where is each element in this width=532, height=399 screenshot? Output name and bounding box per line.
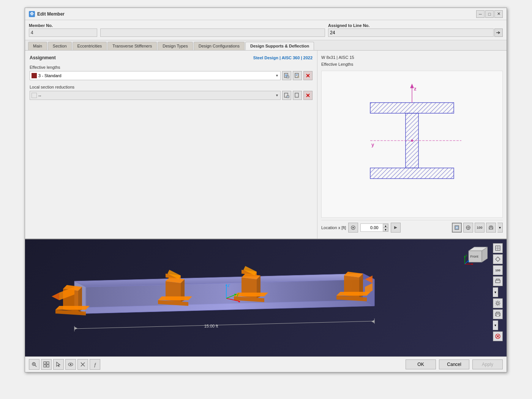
svg-point-32	[411, 139, 413, 142]
tab-design-configurations[interactable]: Design Configurations	[194, 42, 245, 50]
3d-view2-btn[interactable]	[493, 254, 503, 264]
section-subtitle: Effective Lengths	[321, 61, 503, 68]
maximize-button[interactable]: □	[485, 10, 494, 18]
3d-view4-btn[interactable]	[493, 276, 503, 286]
location-go-btn[interactable]	[391, 223, 401, 233]
cube-navigator[interactable]: Front y	[463, 243, 488, 268]
assigned-group: Assigned to Line No.	[328, 23, 503, 37]
svg-rect-122	[47, 365, 49, 367]
effective-lengths-label: Effective lengths	[30, 65, 313, 70]
member-no-input[interactable]	[29, 28, 97, 37]
grid-btn[interactable]	[41, 359, 52, 370]
3d-x100-label: 100	[495, 269, 500, 272]
tab-design-types[interactable]: Design Types	[158, 42, 193, 50]
svg-rect-42	[490, 226, 492, 227]
member-name-input[interactable]	[100, 28, 325, 37]
assigned-input-row	[328, 28, 503, 37]
zoom-btn[interactable]	[29, 359, 39, 370]
ok-button[interactable]: OK	[406, 359, 436, 369]
3d-close-btn[interactable]	[493, 331, 503, 341]
svg-rect-25	[370, 103, 454, 113]
cursor-btn[interactable]	[53, 359, 64, 370]
svg-marker-29	[410, 84, 414, 88]
effective-lengths-dropdown[interactable]: 3 - Standard ▼	[30, 71, 281, 80]
title-bar-controls: ─ □ ✕	[476, 10, 503, 18]
right-tools-3d-bottom: ▼	[493, 298, 503, 341]
svg-line-109	[74, 321, 374, 329]
svg-rect-64	[496, 315, 499, 316]
bottom-left-tools: ƒ	[29, 359, 100, 370]
tab-eccentricities[interactable]: Eccentricities	[73, 42, 107, 50]
member-no-group: Member No.	[29, 23, 97, 37]
close-button[interactable]: ✕	[494, 10, 503, 18]
tab-section[interactable]: Section	[48, 42, 72, 50]
function-btn[interactable]: ƒ	[90, 359, 100, 370]
section-name: W 8x31 | AISC 15	[321, 54, 503, 61]
svg-rect-121	[44, 365, 46, 367]
location-input-wrap: ▲ ▼	[360, 223, 388, 232]
local-section-edit-btn[interactable]	[293, 91, 302, 100]
assigned-input[interactable]	[328, 28, 494, 37]
effective-lengths-row: Effective lengths 3 - Standard ▼	[30, 65, 313, 80]
print-dropdown-btn[interactable]: ▼	[497, 223, 503, 233]
left-panel: Assignment Steel Design | AISC 360 | 202…	[25, 51, 317, 239]
beam-3d-svg: z' y' 15.00 ft	[25, 243, 405, 350]
3d-print-dropdown-arrow: ▼	[494, 324, 497, 327]
svg-rect-120	[47, 362, 49, 364]
3d-dropdown-btn[interactable]: ▼	[493, 287, 498, 297]
apply-button[interactable]: Apply	[472, 359, 503, 369]
svg-marker-113	[371, 320, 374, 323]
svg-point-34	[352, 227, 354, 228]
svg-marker-52	[472, 263, 474, 265]
tab-transverse-stiffeners[interactable]: Transverse Stiffeners	[107, 42, 157, 50]
svg-marker-58	[496, 257, 500, 261]
effective-lengths-edit-btn[interactable]	[293, 71, 302, 80]
print-section-btn[interactable]	[486, 223, 496, 233]
x100-label: 100	[477, 226, 482, 230]
local-section-delete-btn[interactable]	[303, 91, 313, 100]
cube-nav-svg: Front y	[463, 243, 488, 268]
location-value-input[interactable]	[361, 224, 380, 231]
3d-settings-btn[interactable]	[493, 298, 503, 308]
tab-design-supports-deflection[interactable]: Design Supports & Deflection	[245, 42, 314, 50]
location-up-btn[interactable]: ▲	[383, 224, 388, 228]
cancel-button[interactable]: Cancel	[439, 359, 469, 369]
member-name-group	[100, 23, 325, 37]
3d-view1-btn[interactable]	[493, 243, 503, 253]
3d-print-dropdown-btn[interactable]: ▼	[493, 320, 498, 330]
local-section-color-box	[32, 93, 37, 98]
z-axis-label: z	[414, 86, 417, 92]
local-section-reductions-dropdown[interactable]: -- ▼	[30, 91, 281, 100]
view-btn[interactable]	[65, 359, 76, 370]
fit-view-btn[interactable]	[452, 223, 462, 233]
view-mode-btn[interactable]	[463, 223, 473, 233]
title-bar: Edit Member ─ □ ✕	[25, 8, 507, 20]
local-section-reductions-row: Local section reductions -- ▼	[30, 85, 313, 100]
right-panel: W 8x31 | AISC 15 Effective Lengths	[317, 51, 507, 239]
minimize-button[interactable]: ─	[476, 10, 485, 18]
right-tools-3d-top: 100 ▼	[493, 243, 503, 297]
3d-view3-btn[interactable]: 100	[493, 265, 503, 275]
edit-member-dialog: Edit Member ─ □ ✕ Member No. Assigned to…	[25, 8, 507, 372]
svg-rect-119	[44, 362, 46, 364]
svg-text:Front: Front	[470, 255, 478, 258]
local-section-reductions-controls: -- ▼	[30, 91, 313, 100]
local-section-new-btn[interactable]	[282, 91, 291, 100]
local-section-reductions-value: --	[38, 93, 275, 98]
effective-lengths-new-btn[interactable]	[282, 71, 291, 80]
svg-marker-35	[394, 226, 397, 229]
3d-print-btn[interactable]	[493, 309, 503, 319]
location-arrows: ▲ ▼	[383, 224, 388, 231]
location-down-btn[interactable]: ▼	[383, 228, 388, 231]
x100-btn[interactable]: 100	[475, 223, 485, 233]
effective-lengths-delete-btn[interactable]	[303, 71, 313, 80]
member-name-label	[100, 23, 325, 28]
assigned-action-button[interactable]	[494, 28, 503, 37]
effective-lengths-controls: 3 - Standard ▼	[30, 71, 313, 80]
3d-viewport: Front y	[25, 239, 507, 356]
info-btn[interactable]	[77, 359, 88, 370]
svg-rect-27	[370, 168, 454, 179]
3d-dropdown-arrow: ▼	[494, 291, 497, 294]
tab-main[interactable]: Main	[28, 42, 47, 50]
location-nav-btn[interactable]	[348, 223, 358, 233]
